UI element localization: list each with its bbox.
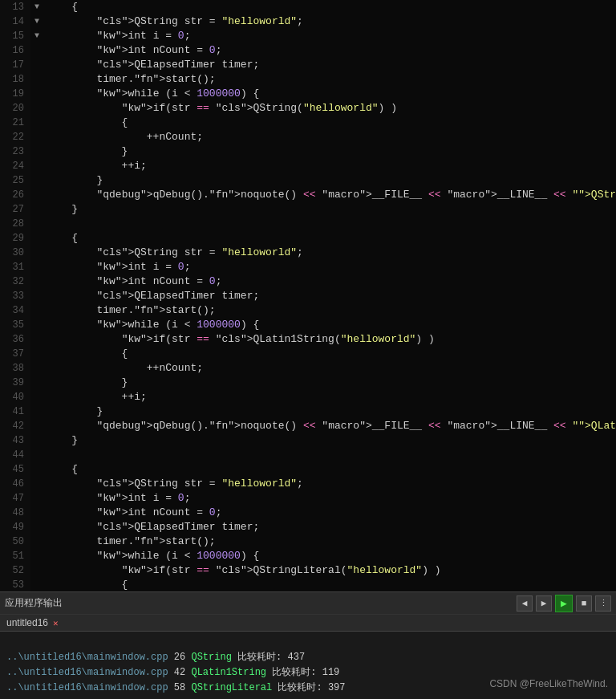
toolbar-label: 应用程序输出 — [5, 596, 63, 610]
fold-arrow[interactable]: ▼ — [30, 0, 43, 14]
code-content[interactable]: { "cls">QString str = "helloworld"; "kw"… — [43, 0, 616, 591]
line-number: 22 — [6, 130, 24, 144]
code-line: { — [47, 116, 616, 130]
output-line: ..\untitled16\mainwindow.cpp 58 QStringL… — [6, 681, 610, 696]
line-number: 28 — [6, 217, 24, 231]
line-number: 20 — [6, 101, 24, 116]
line-number: 18 — [6, 72, 24, 87]
line-number: 49 — [6, 520, 24, 534]
arrow-col: ▼▼▼ — [30, 0, 43, 591]
stop-button[interactable]: ■ — [576, 595, 592, 612]
code-line: } — [47, 144, 616, 159]
run-button[interactable]: ▶ — [555, 595, 573, 612]
code-line: "cls">QElapsedTimer timer; — [47, 58, 616, 72]
line-numbers: 1314151617181920212223242526272829303132… — [0, 0, 30, 591]
line-number: 32 — [6, 274, 24, 289]
code-line: { — [47, 347, 616, 361]
code-line: "kw">if(str == "cls">QStringLiteral("hel… — [47, 563, 616, 578]
toolbar: 应用程序输出 ◀ ▶ ▶ ■ ⋮ — [0, 591, 616, 614]
line-number: 40 — [6, 390, 24, 404]
line-number: 51 — [6, 549, 24, 563]
output-line: ..\untitled16\mainwindow.cpp 42 QLatin1S… — [6, 665, 610, 681]
code-line: } — [47, 433, 616, 448]
code-line: "kw">while (i < 1000000) { — [47, 318, 616, 332]
line-number: 38 — [6, 361, 24, 376]
code-line — [47, 448, 616, 462]
line-number: 46 — [6, 477, 24, 491]
code-line: "kw">while (i < 1000000) { — [47, 87, 616, 101]
line-number: 13 — [6, 0, 24, 14]
line-number: 21 — [6, 116, 24, 130]
code-line: "kw">int i = 0; — [47, 29, 616, 43]
code-line — [47, 217, 616, 231]
code-line: "qdebug">qDebug()."fn">noquote() << "mac… — [47, 188, 616, 202]
code-area: 1314151617181920212223242526272829303132… — [0, 0, 616, 591]
line-number: 33 — [6, 289, 24, 303]
line-number: 47 — [6, 491, 24, 506]
line-number: 17 — [6, 58, 24, 72]
code-line: "kw">int nCount = 0; — [47, 43, 616, 58]
code-line: } — [47, 404, 616, 419]
code-line: "cls">QString str = "helloworld"; — [47, 14, 616, 29]
code-line: { — [47, 578, 616, 591]
code-line: ++nCount; — [47, 130, 616, 144]
code-line: timer."fn">start(); — [47, 72, 616, 87]
code-line: } — [47, 173, 616, 188]
line-number: 53 — [6, 578, 24, 591]
line-number: 39 — [6, 376, 24, 390]
line-number: 37 — [6, 347, 24, 361]
line-number: 34 — [6, 303, 24, 318]
code-line: "kw">if(str == "cls">QLatin1String("hell… — [47, 332, 616, 347]
code-line: "cls">QString str = "helloworld"; — [47, 477, 616, 491]
code-line: timer."fn">start(); — [47, 534, 616, 549]
next-button[interactable]: ▶ — [536, 595, 552, 612]
code-line: "kw">int i = 0; — [47, 491, 616, 506]
code-line: "cls">QString str = "helloworld"; — [47, 246, 616, 260]
line-number: 41 — [6, 404, 24, 419]
line-number: 25 — [6, 173, 24, 188]
line-number: 48 — [6, 506, 24, 520]
output-content: ..\untitled16\mainwindow.cpp 26 QString … — [0, 632, 616, 699]
code-line: { — [47, 462, 616, 477]
output-line — [6, 635, 610, 650]
code-editor: 1314151617181920212223242526272829303132… — [0, 0, 616, 591]
code-line: "kw">if(str == "cls">QString("helloworld… — [47, 101, 616, 116]
line-number: 42 — [6, 419, 24, 433]
line-number: 45 — [6, 462, 24, 477]
line-number: 29 — [6, 231, 24, 246]
line-number: 43 — [6, 433, 24, 448]
prev-button[interactable]: ◀ — [517, 595, 533, 612]
code-line: } — [47, 376, 616, 390]
line-number: 26 — [6, 188, 24, 202]
fold-arrow[interactable]: ▼ — [30, 29, 43, 43]
output-line: ..\untitled16\mainwindow.cpp 26 QString … — [6, 650, 610, 665]
line-number: 16 — [6, 43, 24, 58]
tab-close-button[interactable]: ✕ — [53, 618, 59, 628]
code-line: { — [47, 0, 616, 14]
more-button[interactable]: ⋮ — [595, 595, 611, 612]
line-number: 31 — [6, 260, 24, 274]
fold-arrow[interactable]: ▼ — [30, 14, 43, 29]
line-number: 15 — [6, 29, 24, 43]
line-number: 52 — [6, 563, 24, 578]
line-number: 30 — [6, 246, 24, 260]
output-tab: untitled16 ✕ — [0, 615, 616, 632]
code-line: { — [47, 231, 616, 246]
code-line: ++i; — [47, 390, 616, 404]
line-number: 14 — [6, 14, 24, 29]
line-number: 27 — [6, 202, 24, 217]
line-number: 50 — [6, 534, 24, 549]
code-line: "cls">QElapsedTimer timer; — [47, 289, 616, 303]
tab-label: untitled16 — [6, 617, 48, 628]
line-number: 24 — [6, 159, 24, 173]
code-line: "qdebug">qDebug()."fn">noquote() << "mac… — [47, 419, 616, 433]
code-line: "kw">int nCount = 0; — [47, 274, 616, 289]
line-number: 19 — [6, 87, 24, 101]
code-line: ++nCount; — [47, 361, 616, 376]
output-panel: untitled16 ✕ ..\untitled16\mainwindow.cp… — [0, 614, 616, 699]
code-line: "kw">int nCount = 0; — [47, 506, 616, 520]
code-line: timer."fn">start(); — [47, 303, 616, 318]
code-line: "kw">while (i < 1000000) { — [47, 549, 616, 563]
line-number: 35 — [6, 318, 24, 332]
code-line: "kw">int i = 0; — [47, 260, 616, 274]
